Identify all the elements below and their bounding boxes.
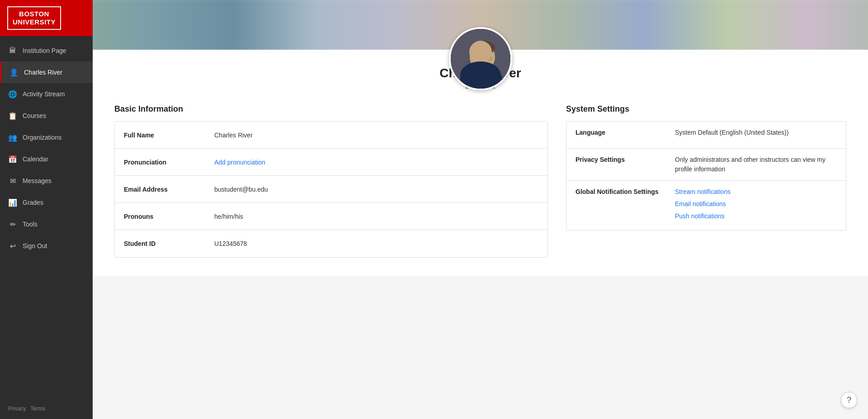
calendar-icon: 📅 (8, 155, 17, 164)
grades-icon: 📊 (8, 198, 17, 207)
sidebar-item-calendar[interactable]: 📅 Calendar (0, 148, 93, 170)
settings-row: Language System Default (English (United… (566, 122, 846, 149)
organizations-icon: 👥 (8, 133, 17, 142)
sidebar-item-sign-out[interactable]: ↩ Sign Out (0, 235, 93, 257)
notification-link[interactable]: Push notifications (675, 212, 837, 221)
settings-value: Only administrators and other instructor… (675, 155, 837, 174)
settings-label: Global Notification Settings (576, 187, 675, 195)
field-value[interactable]: Add pronunciation (205, 152, 547, 172)
system-settings-table: Language System Default (English (United… (566, 121, 846, 231)
sidebar-item-charles-river[interactable]: 👤 Charles River (0, 61, 93, 83)
profile-content: Charles River bustudent Basic Informatio… (93, 50, 868, 276)
main-content: Charles River bustudent Basic Informatio… (93, 0, 868, 419)
settings-value[interactable]: Stream notificationsEmail notificationsP… (675, 187, 837, 224)
field-label: Pronouns (115, 207, 205, 226)
sidebar-item-courses[interactable]: 📋 Courses (0, 105, 93, 127)
sidebar-item-label: Organizations (23, 134, 61, 141)
avatar-svg (451, 29, 512, 90)
system-settings-title: System Settings (566, 104, 846, 114)
sidebar-item-label: Charles River (24, 69, 62, 76)
field-value: bustudent@bu.edu (205, 179, 547, 199)
privacy-link[interactable]: Privacy (8, 405, 26, 412)
sidebar-item-tools[interactable]: ✏ Tools (0, 213, 93, 235)
avatar-image (451, 29, 510, 89)
svg-rect-0 (451, 29, 512, 90)
courses-icon: 📋 (8, 111, 17, 120)
settings-label: Language (576, 128, 675, 136)
charles-river-icon: 👤 (9, 68, 19, 77)
basic-information-section: Basic Information Full Name Charles Rive… (114, 104, 548, 258)
logo: BOSTON UNIVERSITY (7, 6, 61, 30)
nav-items: 🏛 Institution Page 👤 Charles River 🌐 Act… (0, 36, 93, 398)
sidebar-item-label: Tools (23, 221, 38, 228)
sidebar-item-label: Sign Out (23, 242, 47, 250)
activity-stream-icon: 🌐 (8, 89, 17, 99)
sidebar-item-grades[interactable]: 📊 Grades (0, 192, 93, 213)
field-label: Pronunciation (115, 152, 205, 172)
settings-label: Privacy Settings (576, 155, 675, 163)
logo-area[interactable]: BOSTON UNIVERSITY (0, 0, 93, 36)
table-row: Student ID U12345678 (115, 230, 547, 257)
logo-line2: UNIVERSITY (13, 18, 56, 26)
pronunciation-link[interactable]: Add pronunciation (214, 159, 265, 166)
field-label: Full Name (115, 125, 205, 145)
field-value: he/him/his (205, 207, 547, 226)
sidebar-item-label: Grades (23, 199, 43, 206)
sidebar-item-institution-page[interactable]: 🏛 Institution Page (0, 40, 93, 61)
sign-out-icon: ↩ (8, 241, 17, 250)
sidebar-footer: Privacy Terms (0, 398, 93, 419)
table-row: Pronouns he/him/his (115, 203, 547, 230)
field-label: Student ID (115, 234, 205, 254)
sidebar-item-activity-stream[interactable]: 🌐 Activity Stream (0, 83, 93, 105)
tools-icon: ✏ (8, 220, 17, 229)
sidebar-item-label: Activity Stream (23, 90, 65, 98)
sidebar-item-label: Institution Page (23, 47, 66, 54)
svg-point-3 (470, 41, 495, 55)
sidebar-item-label: Messages (23, 177, 52, 184)
settings-row: Privacy Settings Only administrators and… (566, 149, 846, 181)
settings-value: System Default (English (United States)) (675, 128, 837, 137)
table-row: Pronunciation Add pronunciation (115, 149, 547, 176)
terms-link[interactable]: Terms (30, 405, 45, 412)
basic-info-table: Full Name Charles River Pronunciation Ad… (114, 121, 548, 258)
field-label: Email Address (115, 179, 205, 199)
field-value: U12345678 (205, 234, 547, 254)
sidebar-item-messages[interactable]: ✉ Messages (0, 170, 93, 192)
messages-icon: ✉ (8, 176, 17, 185)
avatar (449, 27, 512, 90)
help-button[interactable]: ? (841, 392, 857, 408)
svg-rect-4 (473, 56, 480, 60)
notification-link[interactable]: Email notifications (675, 199, 837, 209)
sidebar-item-label: Courses (23, 112, 46, 119)
sidebar-item-label: Calendar (23, 155, 48, 163)
settings-value-text: Only administrators and other instructor… (675, 156, 826, 173)
table-row: Full Name Charles River (115, 122, 547, 149)
institution-page-icon: 🏛 (8, 46, 17, 55)
logo-line1: BOSTON (19, 10, 49, 18)
field-value: Charles River (205, 125, 547, 145)
basic-info-title: Basic Information (114, 104, 548, 114)
profile-body: Basic Information Full Name Charles Rive… (114, 104, 846, 258)
sidebar-item-organizations[interactable]: 👥 Organizations (0, 127, 93, 148)
system-settings-section: System Settings Language System Default … (566, 104, 846, 231)
sidebar: BOSTON UNIVERSITY 🏛 Institution Page 👤 C… (0, 0, 93, 419)
table-row: Email Address bustudent@bu.edu (115, 176, 547, 203)
settings-row: Global Notification Settings Stream noti… (566, 181, 846, 230)
settings-value-text: System Default (English (United States)) (675, 129, 788, 136)
help-icon: ? (847, 395, 851, 405)
svg-point-1 (462, 65, 503, 90)
notification-link[interactable]: Stream notifications (675, 187, 837, 197)
